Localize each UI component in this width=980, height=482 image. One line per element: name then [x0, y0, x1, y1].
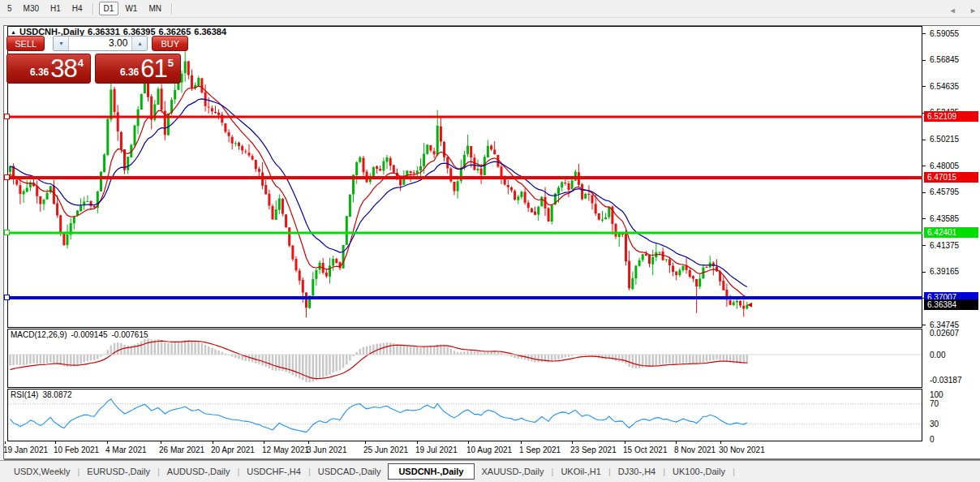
- ask-price-panel[interactable]: 6.36 61 5: [95, 54, 181, 84]
- rsi-name: RSI(14): [11, 390, 38, 399]
- price-axis-tick-label: 6.43585: [930, 214, 959, 223]
- bid-price-prefix: 6.36: [30, 67, 49, 78]
- hline-price-tag[interactable]: 6.42401: [924, 227, 978, 238]
- macd-axis-label: 0.02607: [930, 329, 959, 338]
- tab-scroll-arrows: ◄ ►: [938, 6, 977, 15]
- hline-price-tag[interactable]: 6.52109: [924, 111, 978, 122]
- bid-price-pip: 4: [78, 57, 84, 69]
- price-axis-tick-label: 6.48005: [930, 161, 959, 170]
- macd-signal-value: -0.007615: [112, 330, 148, 339]
- rsi-value: 38.0872: [42, 390, 71, 399]
- volume-input[interactable]: 3.00: [69, 37, 131, 50]
- date-axis-label: 26 Mar 2021: [159, 445, 204, 454]
- bid-price-panel[interactable]: 6.36 38 4: [6, 54, 91, 84]
- buy-button[interactable]: BUY: [152, 36, 188, 51]
- date-axis-label: 1 Sep 2021: [519, 445, 561, 454]
- tab-separator: |: [733, 467, 735, 476]
- tab-usdcad-daily[interactable]: USDCAD-,Daily: [311, 464, 389, 479]
- date-axis-label: 3 Jun 2021: [307, 445, 347, 454]
- tab-scroll-right-icon[interactable]: ►: [969, 6, 977, 15]
- date-axis-label: 20 Apr 2021: [211, 445, 255, 454]
- price-axis-tick-label: 6.59055: [930, 29, 959, 38]
- rsi-axis-label: 0: [930, 435, 935, 444]
- date-axis-label: 19 Jul 2021: [415, 445, 458, 454]
- date-axis-label: 12 May 2021: [262, 445, 309, 454]
- date-axis-label: 10 Aug 2021: [466, 445, 512, 454]
- tab-ukoil-h1[interactable]: UKOil-,H1: [553, 464, 608, 479]
- volume-stepper: ▼ 3.00 ▲: [53, 36, 148, 51]
- rsi-indicator-label: RSI(14)38.0872: [11, 390, 76, 399]
- date-axis-label: 10 Feb 2021: [54, 445, 99, 454]
- timeframe-button-m30[interactable]: M30: [19, 2, 44, 15]
- date-axis-label: 4 Mar 2021: [105, 445, 147, 454]
- tab-scroll-left-icon[interactable]: ◄: [949, 6, 956, 15]
- tab-usdcnh-daily[interactable]: USDCNH-,Daily: [388, 463, 474, 480]
- chart-tab-bar: USDX,Weekly|EURUSD-,Daily|AUDUSD-,Daily|…: [0, 460, 980, 482]
- bid-price-main: 38: [50, 56, 76, 81]
- timeframe-button-h4[interactable]: H4: [67, 2, 88, 15]
- toolbar-separator: [92, 3, 94, 15]
- price-axis-tick-label: 6.34745: [930, 321, 959, 329]
- price-axis-tick-label: 6.45795: [930, 187, 959, 196]
- timeframe-button-w1[interactable]: W1: [120, 2, 142, 15]
- price-axis-tick-label: 6.39165: [930, 267, 959, 276]
- tab-eurusd-daily[interactable]: EURUSD-,Daily: [80, 464, 157, 479]
- timeframe-button-5[interactable]: 5: [2, 2, 17, 15]
- macd-axis-label: -0.03187: [930, 376, 961, 385]
- price-axis-tick-label: 6.54635: [930, 82, 959, 91]
- date-axis-label: 23 Sep 2021: [570, 445, 617, 454]
- ask-price-pip: 5: [168, 57, 174, 69]
- timeframe-button-d1[interactable]: D1: [99, 2, 119, 15]
- rsi-axis-label: 30: [930, 420, 939, 428]
- price-axis-tick-label: 6.41375: [930, 241, 959, 250]
- ask-price-prefix: 6.36: [120, 67, 139, 78]
- toolbar-separator: [171, 3, 173, 15]
- tab-uk100-daily[interactable]: UK100-,Daily: [665, 464, 733, 479]
- macd-main-value: -0.009145: [71, 330, 107, 339]
- trading-terminal: 5M30H1H4D1W1MN ▲USDCNH-,Daily6.363316.36…: [0, 0, 980, 482]
- ask-price-main: 61: [140, 56, 166, 81]
- date-axis-label: 8 Nov 2021: [674, 445, 716, 454]
- volume-increase-icon[interactable]: ▲: [131, 37, 147, 50]
- timeframe-toolbar: 5M30H1H4D1W1MN: [0, 0, 980, 18]
- price-axis-tick-label: 6.56845: [930, 55, 959, 64]
- tab-audusd-daily[interactable]: AUDUSD-,Daily: [160, 464, 238, 479]
- collapse-icon[interactable]: ▲: [11, 29, 16, 35]
- rsi-axis-label: 100: [930, 390, 943, 399]
- timeframe-button-h1[interactable]: H1: [45, 2, 66, 15]
- tab-dj30-h4[interactable]: DJ30-,H4: [611, 464, 663, 479]
- sell-button[interactable]: SELL: [6, 36, 45, 51]
- tab-xauusd-daily[interactable]: XAUUSD-,Daily: [475, 464, 552, 479]
- tab-usdx-weekly[interactable]: USDX,Weekly: [6, 464, 77, 479]
- ohlc-close: 6.36384: [194, 27, 226, 37]
- date-axis-label: 19 Jan 2021: [3, 445, 48, 454]
- macd-name: MACD(12,26,9): [11, 330, 67, 339]
- date-axis-label: 15 Oct 2021: [623, 445, 667, 454]
- timeframe-button-mn[interactable]: MN: [144, 2, 166, 15]
- rsi-axis-label: 70: [930, 399, 939, 408]
- macd-indicator-label: MACD(12,26,9)-0.009145-0.007615: [11, 330, 153, 339]
- volume-decrease-icon[interactable]: ▼: [54, 37, 69, 50]
- price-axis-tick-label: 6.50215: [930, 135, 959, 144]
- date-axis-label: 30 Nov 2021: [719, 445, 765, 454]
- hline-price-tag[interactable]: 6.47015: [924, 172, 978, 183]
- one-click-trading-panel: SELL ▼ 3.00 ▲ BUY 6.36 38 4 6.36 61 5: [6, 36, 188, 84]
- tab-usdchf-h4[interactable]: USDCHF-,H4: [239, 464, 308, 479]
- current-price-tag: 6.36384: [924, 299, 978, 310]
- date-axis-label: 25 Jun 2021: [363, 445, 408, 454]
- macd-axis-label: 0.00: [930, 351, 945, 359]
